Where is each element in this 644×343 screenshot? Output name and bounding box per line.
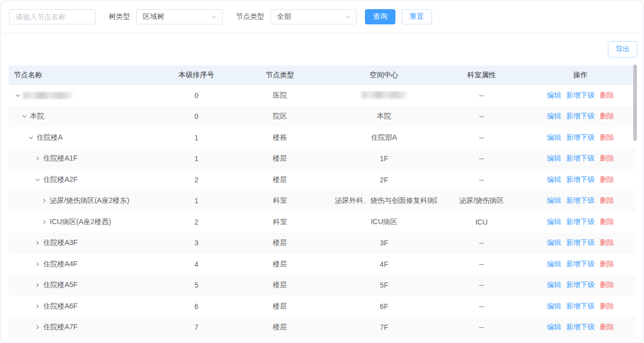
space-center-cell: 5F bbox=[331, 281, 438, 289]
delete-link[interactable]: 删除 bbox=[600, 323, 614, 332]
delete-link[interactable]: 删除 bbox=[600, 238, 614, 247]
edit-link[interactable]: 编辑 bbox=[547, 175, 561, 184]
node-name-text: 住院楼A bbox=[37, 133, 63, 142]
space-center-cell: 7F bbox=[331, 323, 438, 331]
expand-caret-icon[interactable] bbox=[34, 176, 42, 184]
chevron-down-icon bbox=[211, 14, 217, 20]
add-child-link[interactable]: 新增下级 bbox=[566, 196, 595, 205]
delete-link[interactable]: 删除 bbox=[600, 280, 614, 290]
add-child-link[interactable]: 新增下级 bbox=[566, 175, 595, 184]
tree-type-select[interactable]: 区域树 bbox=[136, 9, 223, 24]
node-type-cell: 楼层 bbox=[229, 238, 331, 247]
dept-attr-cell: ICU bbox=[437, 218, 526, 226]
delete-link[interactable]: 删除 bbox=[600, 196, 614, 205]
table-row: 住院楼A6F 6 楼层 6F -- 编辑 新增下级 删除 bbox=[9, 296, 635, 317]
dept-attr-cell: 泌尿/烧伤病区 bbox=[437, 196, 526, 205]
table-row: 住院楼A1F 1 楼层 1F -- 编辑 新增下级 删除 bbox=[9, 148, 635, 170]
node-name-text: ICU病区(A座2楼西) bbox=[50, 217, 111, 227]
delete-link[interactable]: 删除 bbox=[600, 217, 614, 227]
delete-link[interactable]: 删除 bbox=[600, 302, 614, 311]
add-child-link[interactable]: 新增下级 bbox=[566, 112, 595, 121]
node-name-text: 住院楼A7F bbox=[43, 323, 78, 332]
add-child-link[interactable]: 新增下级 bbox=[566, 238, 595, 247]
edit-link[interactable]: 编辑 bbox=[547, 154, 561, 163]
add-child-link[interactable]: 新增下级 bbox=[566, 280, 595, 290]
expand-caret-icon[interactable] bbox=[20, 112, 28, 120]
add-child-link[interactable]: 新增下级 bbox=[566, 154, 595, 163]
delete-link[interactable]: 删除 bbox=[600, 133, 614, 142]
search-button[interactable]: 查询 bbox=[365, 9, 395, 24]
expand-caret-icon[interactable] bbox=[34, 154, 42, 163]
node-type-label: 节点类型 bbox=[236, 12, 264, 21]
edit-link[interactable]: 编辑 bbox=[547, 217, 561, 227]
table-toolbar: 导出 bbox=[1, 33, 643, 66]
node-type-cell: 楼层 bbox=[229, 260, 331, 269]
node-name-text: 住院楼A2F bbox=[43, 175, 78, 184]
table-row: 住院楼A5F 5 楼层 5F -- 编辑 新增下级 删除 bbox=[9, 275, 635, 296]
column-header-actions: 操作 bbox=[526, 71, 635, 80]
tree-type-selected-value: 区域树 bbox=[143, 12, 164, 21]
node-type-selected-value: 全部 bbox=[277, 12, 291, 21]
node-type-select[interactable]: 全部 bbox=[270, 9, 357, 24]
sort-no-cell: 1 bbox=[164, 134, 229, 142]
add-child-link[interactable]: 新增下级 bbox=[566, 133, 595, 142]
dept-attr-cell: -- bbox=[437, 91, 526, 100]
filter-bar: 树类型 区域树 节点类型 全部 查询 重置 bbox=[1, 1, 643, 33]
space-center-cell: 2F bbox=[331, 176, 438, 184]
node-name-cell: 本院 bbox=[13, 112, 160, 121]
expand-caret-icon[interactable] bbox=[27, 134, 35, 142]
table-row: 住院楼A7F 7 楼层 7F -- 编辑 新增下级 删除 bbox=[9, 317, 635, 338]
edit-link[interactable]: 编辑 bbox=[547, 260, 561, 269]
delete-link[interactable]: 删除 bbox=[600, 154, 614, 163]
row-actions: 编辑 新增下级 删除 bbox=[547, 196, 614, 205]
node-name-text: 住院楼A3F bbox=[43, 238, 78, 247]
node-name-cell: 住院楼A4F bbox=[13, 260, 160, 269]
tree-management-page: 树类型 区域树 节点类型 全部 查询 重置 导出 节点名称 本级排序号 节点类型… bbox=[1, 1, 643, 342]
add-child-link[interactable]: 新增下级 bbox=[566, 260, 595, 269]
table-row: 住院楼A2F 2 楼层 2F -- 编辑 新增下级 删除 bbox=[9, 169, 635, 191]
add-child-link[interactable]: 新增下级 bbox=[566, 217, 595, 227]
vertical-scrollbar-thumb[interactable] bbox=[633, 65, 637, 141]
node-type-cell: 科室 bbox=[229, 196, 331, 205]
node-name-text: 本院 bbox=[30, 112, 44, 121]
delete-link[interactable]: 删除 bbox=[600, 112, 614, 121]
expand-caret-icon[interactable] bbox=[34, 260, 42, 268]
row-actions: 编辑 新增下级 删除 bbox=[547, 280, 614, 290]
expand-caret-icon[interactable] bbox=[34, 281, 42, 289]
row-actions: 编辑 新增下级 删除 bbox=[547, 154, 614, 163]
add-child-link[interactable]: 新增下级 bbox=[566, 91, 595, 100]
node-name-cell: 住院楼A2F bbox=[13, 175, 160, 184]
edit-link[interactable]: 编辑 bbox=[547, 302, 561, 311]
expand-caret-icon[interactable] bbox=[14, 91, 22, 100]
table-row: 住院楼A3F 3 楼层 3F -- 编辑 新增下级 删除 bbox=[9, 233, 635, 254]
edit-link[interactable]: 编辑 bbox=[547, 112, 561, 121]
node-type-cell: 楼层 bbox=[229, 175, 331, 184]
edit-link[interactable]: 编辑 bbox=[547, 280, 561, 290]
export-button[interactable]: 导出 bbox=[608, 41, 637, 57]
delete-link[interactable]: 删除 bbox=[600, 260, 614, 269]
node-type-cell: 楼层 bbox=[229, 280, 331, 290]
edit-link[interactable]: 编辑 bbox=[547, 91, 561, 100]
node-name-search-input[interactable] bbox=[9, 9, 96, 24]
add-child-link[interactable]: 新增下级 bbox=[566, 323, 595, 332]
reset-button[interactable]: 重置 bbox=[402, 9, 432, 24]
node-type-cell: 医院 bbox=[229, 91, 331, 100]
delete-link[interactable]: 删除 bbox=[600, 175, 614, 184]
redacted-node-name bbox=[23, 91, 72, 99]
delete-link[interactable]: 删除 bbox=[600, 91, 614, 100]
expand-caret-icon[interactable] bbox=[40, 218, 48, 226]
expand-caret-icon[interactable] bbox=[34, 323, 42, 331]
expand-caret-icon[interactable] bbox=[40, 197, 48, 205]
expand-caret-icon[interactable] bbox=[34, 302, 42, 310]
dept-attr-cell: -- bbox=[437, 260, 526, 268]
add-child-link[interactable]: 新增下级 bbox=[566, 302, 595, 311]
edit-link[interactable]: 编辑 bbox=[547, 133, 561, 142]
sort-no-cell: 7 bbox=[164, 323, 229, 331]
expand-caret-icon[interactable] bbox=[34, 239, 42, 247]
node-name-cell: 住院楼A5F bbox=[13, 280, 160, 290]
edit-link[interactable]: 编辑 bbox=[547, 238, 561, 247]
table-row: 0 医院 -- 编辑 新增下级 删除 bbox=[9, 85, 635, 106]
edit-link[interactable]: 编辑 bbox=[547, 196, 561, 205]
edit-link[interactable]: 编辑 bbox=[547, 323, 561, 332]
table-header-row: 节点名称 本级排序号 节点类型 空间中心 科室属性 操作 bbox=[9, 66, 635, 85]
